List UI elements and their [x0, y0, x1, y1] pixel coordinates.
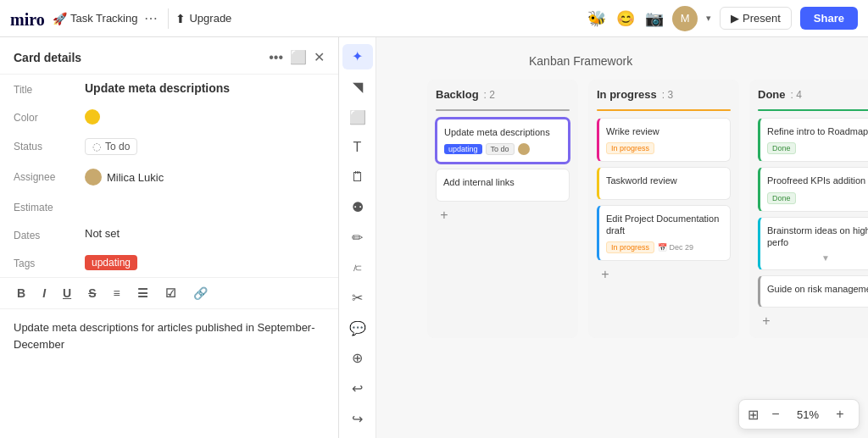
add-tool[interactable]: ⊕	[342, 346, 373, 371]
field-title-value[interactable]: Update meta descriptions	[85, 81, 325, 95]
play-icon: ▶	[731, 12, 739, 25]
column-count-inprogress: : 3	[662, 89, 673, 101]
tag-inprogress: In progress	[606, 241, 654, 253]
logo: miro	[10, 10, 46, 27]
card-add-internal-links[interactable]: Add internal links	[436, 169, 570, 201]
card-header: Card details ••• ⬜ ✕	[0, 37, 338, 75]
field-color-value[interactable]	[85, 109, 325, 125]
card-tags: updating To do	[444, 143, 561, 155]
checkbox-button[interactable]: ☑	[162, 285, 180, 302]
field-assignee-label: Assignee	[14, 169, 75, 183]
present-button[interactable]: ▶ Present	[720, 7, 792, 30]
text-toolbar: B I U S ≡ ☰ ☑ 🔗	[0, 277, 338, 309]
upgrade-button[interactable]: ⬆ Upgrade	[175, 12, 231, 25]
zoom-in-button[interactable]: +	[830, 404, 850, 424]
tag-todo: To do	[486, 143, 515, 155]
italic-button[interactable]: I	[39, 285, 49, 302]
share-button[interactable]: Share	[800, 7, 858, 30]
status-badge[interactable]: ◌ To do	[85, 138, 137, 155]
text-tool[interactable]: T	[342, 135, 373, 160]
column-title-done: Done	[758, 88, 786, 101]
select-tool[interactable]: ◥	[342, 75, 373, 100]
field-status-value[interactable]: ◌ To do	[85, 138, 325, 155]
card-tags: In progress 📅 Dec 29	[606, 241, 723, 253]
add-card-inprogress[interactable]: +	[597, 266, 614, 283]
field-title: Title Update meta descriptions	[0, 75, 338, 103]
cursor-tool[interactable]: ✦	[342, 44, 373, 69]
card-title: Edit Project Documentation draft	[606, 213, 723, 237]
cut-tool[interactable]: ✂	[342, 286, 373, 311]
card-guide-risk[interactable]: Guide on risk management	[758, 275, 868, 308]
video-icon[interactable]: 📷	[645, 9, 664, 28]
field-dates-label: Dates	[14, 227, 75, 241]
card-title: Proofreed KPIs addition	[767, 175, 868, 186]
field-tags: Tags updating	[0, 248, 338, 277]
card-close-icon[interactable]: ✕	[314, 49, 325, 65]
emoji-icon[interactable]: 😊	[616, 9, 635, 28]
color-dot-yellow[interactable]	[85, 109, 100, 125]
pen-tool[interactable]: ✏	[342, 225, 373, 251]
card-body-text: Update meta descriptions for articles pu…	[14, 321, 315, 351]
field-assignee-value[interactable]: Milica Lukic	[85, 169, 325, 186]
card-tags: Done	[767, 192, 868, 204]
field-estimate: Estimate	[0, 192, 338, 220]
zoom-level: 51%	[793, 408, 823, 421]
card-title: Taskworld review	[606, 175, 723, 186]
card-title: Wrike review	[606, 125, 723, 137]
card-body[interactable]: Update meta descriptions for articles pu…	[0, 309, 338, 438]
column-title-backlog: Backlog	[436, 88, 479, 101]
assignee-name: Milica Lukic	[107, 171, 164, 184]
avatar-chevron-icon[interactable]: ▾	[706, 13, 711, 24]
tag-updating[interactable]: updating	[85, 255, 137, 270]
kanban-board-title: Kanban Framework	[529, 54, 632, 68]
card-expand-icon[interactable]: ⬜	[290, 49, 307, 65]
redo-tool[interactable]: ↪	[342, 406, 373, 431]
reaction-icon[interactable]: 🐝	[587, 9, 606, 28]
field-tags-label: Tags	[14, 255, 75, 269]
card-more-icon[interactable]: •••	[269, 50, 283, 65]
kanban-column-backlog: Backlog : 2 Update meta descriptions upd…	[427, 80, 578, 338]
shape-tool[interactable]: ⚉	[342, 195, 373, 220]
strikethrough-button[interactable]: S	[85, 285, 99, 302]
card-panel: Card details ••• ⬜ ✕ Title Update meta d…	[0, 37, 339, 438]
breadcrumb-text: Task Tracking	[70, 12, 137, 25]
connector-tool[interactable]: ⟈	[342, 255, 373, 280]
card-title: Brainstorm ideas on high-perfo	[767, 225, 868, 249]
left-toolbar: ✦ ◥ ⬜ T 🗒 ⚉ ✏ ⟈ ✂ 💬 ⊕ ↩ ↪	[339, 37, 376, 438]
column-header-backlog: Backlog : 2	[436, 88, 570, 101]
undo-tool[interactable]: ↩	[342, 376, 373, 402]
add-card-done[interactable]: +	[758, 313, 775, 330]
note-tool[interactable]: 🗒	[342, 164, 373, 190]
link-button[interactable]: 🔗	[190, 285, 211, 302]
card-title: Update meta descriptions	[444, 126, 561, 138]
field-title-label: Title	[14, 81, 75, 96]
frame-tool[interactable]: ⬜	[342, 104, 373, 130]
card-edit-project-doc[interactable]: Edit Project Documentation draft In prog…	[597, 205, 731, 262]
grid-view-icon[interactable]: ⊞	[748, 407, 759, 423]
card-taskworld-review[interactable]: Taskworld review	[597, 167, 731, 199]
field-dates: Dates Not set	[0, 220, 338, 248]
topbar-right: 🐝 😊 📷 M ▾ ▶ Present Share	[587, 6, 858, 31]
tag-done: Done	[767, 192, 796, 204]
add-card-backlog[interactable]: +	[436, 207, 453, 224]
card-wrike-review[interactable]: Wrike review In progress	[597, 118, 731, 162]
user-avatar[interactable]: M	[672, 6, 698, 31]
underline-button[interactable]: U	[59, 285, 75, 302]
bullet-list-button[interactable]: ☰	[134, 285, 152, 302]
chat-tool[interactable]: 💬	[342, 315, 373, 341]
card-proofreed-kpis[interactable]: Proofreed KPIs addition Done	[758, 167, 868, 211]
card-brainstorm[interactable]: Brainstorm ideas on high-perfo ▼	[758, 217, 868, 271]
bold-button[interactable]: B	[14, 285, 29, 302]
ordered-list-button[interactable]: ≡	[109, 285, 123, 302]
canvas-content: Kanban Framework Backlog : 2 Update meta…	[376, 37, 868, 438]
zoom-out-button[interactable]: −	[765, 404, 786, 424]
main-layout: Card details ••• ⬜ ✕ Title Update meta d…	[0, 37, 868, 438]
card-refine-intro[interactable]: Refine intro to Roadmaps Done	[758, 118, 868, 162]
field-dates-value[interactable]: Not set	[85, 227, 325, 240]
breadcrumb[interactable]: 🚀 Task Tracking	[53, 12, 137, 25]
canvas-area: ✦ ◥ ⬜ T 🗒 ⚉ ✏ ⟈ ✂ 💬 ⊕ ↩ ↪ Kanban Framewo…	[339, 37, 868, 438]
topbar-more-icon[interactable]: ⋯	[141, 7, 161, 30]
card-update-meta[interactable]: Update meta descriptions updating To do	[436, 118, 570, 164]
column-header-inprogress: In progress : 3	[597, 88, 731, 101]
field-tags-value[interactable]: updating	[85, 255, 325, 270]
